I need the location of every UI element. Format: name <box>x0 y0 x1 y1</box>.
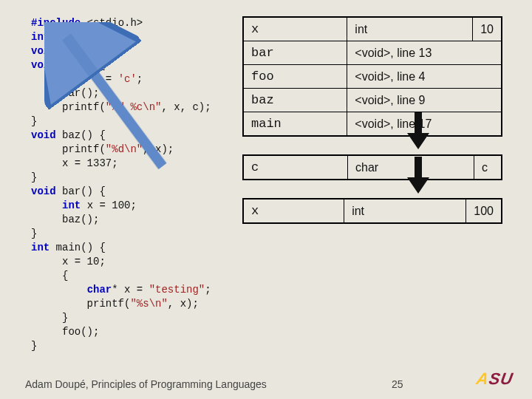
table-row: main<void>, line 17 <box>243 112 502 137</box>
table-bar-scope: xint100 <box>242 198 502 224</box>
table-row: xint100 <box>243 199 502 223</box>
asu-logo: ASU <box>474 369 514 389</box>
table-row: foo<void>, line 4 <box>243 65 502 89</box>
table-row: xint10 <box>243 17 502 41</box>
symbol-tables: xint10 bar<void>, line 13 foo<void>, lin… <box>242 16 516 242</box>
table-row: baz<void>, line 9 <box>243 89 502 112</box>
footer-credit: Adam Doupé, Principles of Programming La… <box>25 378 267 390</box>
slide: { "code": { "l1_a":"#include","l1_b":" <… <box>0 0 532 399</box>
table-row: bar<void>, line 13 <box>243 41 502 65</box>
code-listing: #include <stdio.h> int x; void bar(); vo… <box>31 16 211 353</box>
table-foo-scope: ccharc <box>242 154 502 180</box>
page-number: 25 <box>392 378 403 390</box>
table-row: ccharc <box>243 155 502 180</box>
table-global: xint10 bar<void>, line 13 foo<void>, lin… <box>242 16 502 137</box>
